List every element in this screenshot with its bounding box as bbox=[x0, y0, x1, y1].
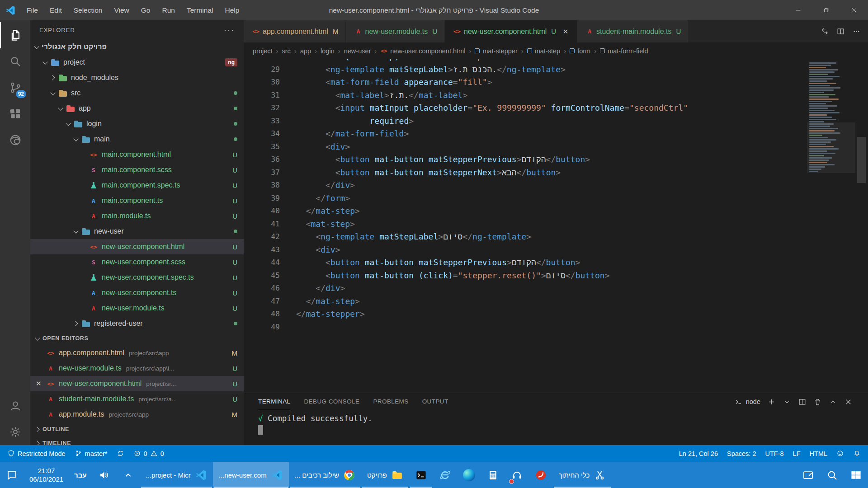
tree-item-main.component.html[interactable]: <>main.component.htmlU bbox=[30, 147, 244, 162]
taskbar-snipping-tool[interactable]: כלי החיתוך bbox=[553, 462, 612, 488]
terminal-shell-selector[interactable]: node bbox=[734, 398, 760, 406]
open-editors-header[interactable]: OPEN EDITORS bbox=[30, 331, 244, 345]
menu-view[interactable]: View bbox=[108, 0, 135, 20]
minimap[interactable] bbox=[807, 59, 855, 393]
breadcrumb-mat-stepper[interactable]: mat-stepper bbox=[475, 47, 517, 55]
menu-selection[interactable]: Selection bbox=[68, 0, 108, 20]
taskbar-tablet-tool[interactable] bbox=[796, 462, 820, 488]
taskbar-command-prompt[interactable] bbox=[409, 462, 433, 488]
taskbar-start[interactable] bbox=[844, 462, 868, 488]
taskbar-vscode-project[interactable]: ...project - Micr bbox=[140, 462, 213, 488]
tab-new-user.component.html[interactable]: <>new-user.component.htmlU✕ bbox=[445, 20, 577, 42]
panel-tab-terminal[interactable]: TERMINAL bbox=[258, 393, 290, 410]
indentation-item[interactable]: Spaces: 2 bbox=[722, 450, 761, 457]
encoding-item[interactable]: UTF-8 bbox=[761, 450, 788, 457]
git-branch-item[interactable]: master* bbox=[70, 445, 112, 462]
maximize-panel-icon[interactable] bbox=[829, 398, 837, 406]
terminal-output[interactable]: √ Compiled successfully. bbox=[244, 410, 868, 435]
menu-terminal[interactable]: Terminal bbox=[181, 0, 219, 20]
scrollbar-thumb[interactable] bbox=[857, 137, 866, 183]
cursor-position-item[interactable]: Ln 21, Col 26 bbox=[675, 450, 722, 457]
tree-item-main.component.spec.ts[interactable]: main.component.spec.tsU bbox=[30, 178, 244, 193]
close-icon[interactable]: ✕ bbox=[36, 380, 46, 388]
tray-expand-icon[interactable] bbox=[116, 462, 140, 488]
kill-terminal-icon[interactable] bbox=[813, 398, 822, 406]
language-mode-item[interactable]: HTML bbox=[805, 450, 832, 457]
open-editor-app.component.html[interactable]: <>app.component.htmlproject\src\appM bbox=[30, 345, 244, 361]
menu-run[interactable]: Run bbox=[156, 0, 180, 20]
breadcrumb-login[interactable]: login bbox=[321, 47, 335, 55]
taskbar-red-app[interactable] bbox=[529, 462, 553, 488]
split-terminal-icon[interactable] bbox=[798, 398, 807, 406]
eol-item[interactable]: LF bbox=[788, 450, 805, 457]
close-panel-icon[interactable] bbox=[844, 398, 853, 406]
close-button[interactable] bbox=[840, 0, 868, 20]
sidebar-more-actions[interactable]: ··· bbox=[224, 25, 235, 35]
account-icon[interactable] bbox=[0, 393, 30, 419]
tree-root[interactable]: פרויקט חלק אנגולרי bbox=[30, 39, 244, 55]
problems-item[interactable]: 00 bbox=[129, 445, 169, 462]
taskbar-edge[interactable] bbox=[457, 462, 481, 488]
panel-tab-output[interactable]: OUTPUT bbox=[422, 393, 448, 410]
split-editor-icon[interactable] bbox=[836, 27, 845, 36]
tree-item-registered-user[interactable]: registered-user bbox=[30, 316, 244, 331]
tree-item-main[interactable]: main bbox=[30, 131, 244, 147]
taskbar-calculator[interactable] bbox=[481, 462, 505, 488]
open-editor-app.module.ts[interactable]: Aapp.module.tsproject\src\appM bbox=[30, 407, 244, 422]
feedback-item[interactable] bbox=[832, 450, 849, 457]
tab-new-user.module.ts[interactable]: Anew-user.module.tsU bbox=[346, 20, 445, 42]
tree-item-new-user.component.html[interactable]: <>new-user.component.htmlU bbox=[30, 239, 244, 254]
tab-student-main.module.ts[interactable]: Astudent-main.module.tsU bbox=[577, 20, 689, 42]
menu-edit[interactable]: Edit bbox=[44, 0, 68, 20]
taskbar-chrome[interactable]: שילוב רכיבים ... bbox=[289, 462, 361, 488]
tree-item-src[interactable]: src bbox=[30, 85, 244, 101]
breadcrumb-new-user.component.html[interactable]: <>new-user.component.html bbox=[380, 47, 465, 55]
restore-button[interactable] bbox=[812, 0, 840, 20]
taskbar-internet-explorer[interactable] bbox=[433, 462, 457, 488]
code-editor[interactable]: 28<form [formGroup]="secondFormGroup">29… bbox=[244, 59, 807, 393]
tree-item-main.component.scss[interactable]: Smain.component.scssU bbox=[30, 162, 244, 178]
explorer-icon[interactable] bbox=[0, 22, 30, 48]
tree-item-project[interactable]: projectng bbox=[30, 55, 244, 70]
taskbar-clock[interactable]: 21:0706/10/2021 bbox=[24, 462, 69, 488]
breadcrumb-new-user[interactable]: new-user bbox=[344, 47, 371, 55]
timeline-header[interactable]: TIMELINE bbox=[30, 436, 244, 445]
taskbar-search[interactable] bbox=[820, 462, 844, 488]
tree-item-main.module.ts[interactable]: Amain.module.tsU bbox=[30, 208, 244, 224]
tree-item-new-user.component.spec.ts[interactable]: new-user.component.spec.tsU bbox=[30, 270, 244, 285]
tree-item-new-user.component.scss[interactable]: Snew-user.component.scssU bbox=[30, 254, 244, 270]
taskbar-headset-app[interactable] bbox=[505, 462, 529, 488]
tree-item-login[interactable]: login bbox=[30, 116, 244, 131]
open-editor-new-user.module.ts[interactable]: Anew-user.module.tsproject\src\app\l...U bbox=[30, 361, 244, 376]
volume-icon[interactable] bbox=[92, 462, 116, 488]
action-center-icon[interactable] bbox=[0, 462, 24, 488]
open-editor-student-main.module.ts[interactable]: Astudent-main.module.tsproject\src\a...U bbox=[30, 391, 244, 407]
taskbar-vscode-new-user[interactable]: ...new-user.com bbox=[213, 462, 289, 488]
breadcrumb-app[interactable]: app bbox=[300, 47, 311, 55]
edge-devtools-icon[interactable] bbox=[0, 127, 30, 153]
open-changes-icon[interactable] bbox=[821, 27, 829, 36]
breadcrumb-src[interactable]: src bbox=[282, 47, 291, 55]
tree-item-new-user[interactable]: new-user bbox=[30, 224, 244, 239]
settings-gear-icon[interactable] bbox=[0, 419, 30, 445]
extensions-icon[interactable] bbox=[0, 101, 30, 127]
terminal-dropdown-icon[interactable] bbox=[783, 398, 791, 406]
breadcrumb-form[interactable]: form bbox=[570, 47, 590, 55]
panel-tab-debug-console[interactable]: DEBUG CONSOLE bbox=[304, 393, 359, 410]
panel-tab-problems[interactable]: PROBLEMS bbox=[373, 393, 408, 410]
search-icon[interactable] bbox=[0, 48, 30, 75]
breadcrumb-mat-form-field[interactable]: mat-form-field bbox=[600, 47, 648, 55]
tree-item-main.component.ts[interactable]: Amain.component.tsU bbox=[30, 193, 244, 208]
editor-more-actions-icon[interactable] bbox=[852, 27, 861, 36]
sync-item[interactable] bbox=[112, 445, 129, 462]
tree-item-new-user.component.ts[interactable]: Anew-user.component.tsU bbox=[30, 285, 244, 300]
tab-app.component.html[interactable]: <>app.component.htmlM bbox=[244, 20, 346, 42]
new-terminal-icon[interactable] bbox=[767, 398, 776, 406]
tree-item-node_modules[interactable]: node_modules bbox=[30, 70, 244, 85]
outline-header[interactable]: OUTLINE bbox=[30, 422, 244, 436]
open-editor-new-user.component.html[interactable]: ✕<>new-user.component.htmlproject\sr...U bbox=[30, 376, 244, 391]
minimize-button[interactable] bbox=[784, 0, 812, 20]
restricted-mode-item[interactable]: Restricted Mode bbox=[3, 445, 70, 462]
close-icon[interactable]: ✕ bbox=[561, 28, 570, 36]
tree-item-new-user.module.ts[interactable]: Anew-user.module.tsU bbox=[30, 300, 244, 316]
